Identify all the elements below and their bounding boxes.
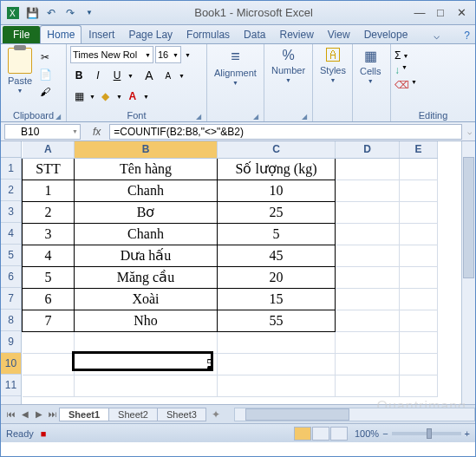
fill-button[interactable]: ↓ xyxy=(394,64,400,76)
row-header-2[interactable]: 2 xyxy=(1,180,21,201)
next-sheet-icon[interactable]: ▶ xyxy=(32,408,46,421)
cell[interactable] xyxy=(75,331,218,353)
cell[interactable]: Xoài xyxy=(75,288,218,310)
cell[interactable]: 45 xyxy=(218,245,336,266)
tab-formulas[interactable]: Formulas xyxy=(179,25,237,43)
cell[interactable] xyxy=(336,201,400,223)
row-header-8[interactable]: 8 xyxy=(1,310,21,331)
format-painter-icon[interactable]: 🖌 xyxy=(37,84,53,100)
cell[interactable] xyxy=(400,180,438,201)
select-all-corner[interactable] xyxy=(1,141,21,158)
zoom-level[interactable]: 100% xyxy=(355,428,379,439)
row-header-3[interactable]: 3 xyxy=(1,201,21,223)
cell[interactable] xyxy=(400,245,438,266)
undo-icon[interactable]: ↶ xyxy=(42,4,60,22)
cell[interactable]: 15 xyxy=(218,288,336,310)
fx-icon[interactable]: fx xyxy=(88,126,106,138)
cell[interactable] xyxy=(336,245,400,266)
cell[interactable] xyxy=(400,331,438,353)
scrollbar-thumb[interactable] xyxy=(245,408,349,421)
horizontal-scrollbar[interactable] xyxy=(234,408,475,421)
chevron-down-icon[interactable]: ▼ xyxy=(127,73,134,79)
paste-button[interactable]: Paste ▼ xyxy=(4,46,36,95)
zoom-thumb[interactable] xyxy=(427,428,432,439)
styles-button[interactable]: 🄰Styles▼ xyxy=(316,46,349,85)
cell[interactable]: Măng cầu xyxy=(75,266,218,288)
row-header-5[interactable]: 5 xyxy=(1,245,21,266)
dialog-launcher-icon[interactable]: ◢ xyxy=(196,113,201,121)
cell[interactable] xyxy=(336,266,400,288)
cell[interactable] xyxy=(400,353,438,375)
border-button[interactable]: ▦ xyxy=(70,88,88,105)
cell[interactable] xyxy=(218,331,336,353)
column-header-A[interactable]: A xyxy=(23,141,75,158)
cell[interactable]: Nho xyxy=(75,310,218,331)
grow-font-button[interactable]: A xyxy=(140,67,158,84)
shrink-font-button[interactable]: A xyxy=(160,67,177,84)
cell[interactable] xyxy=(336,180,400,201)
cell[interactable]: STT xyxy=(23,158,75,180)
cell[interactable]: 25 xyxy=(218,201,336,223)
cell[interactable] xyxy=(400,158,438,180)
dialog-launcher-icon[interactable]: ◢ xyxy=(253,113,258,121)
column-header-B[interactable]: B xyxy=(75,141,218,158)
cell[interactable]: 4 xyxy=(23,245,75,266)
cell[interactable]: 2 xyxy=(23,201,75,223)
tab-view[interactable]: View xyxy=(321,25,357,43)
number-button[interactable]: %Number▼ xyxy=(268,46,309,85)
cells-button[interactable]: ▦Cells▼ xyxy=(356,46,384,86)
cell[interactable] xyxy=(400,223,438,245)
cell[interactable] xyxy=(336,310,400,331)
tab-data[interactable]: Data xyxy=(237,25,272,43)
page-break-view-button[interactable] xyxy=(330,427,348,441)
cell[interactable]: 1 xyxy=(23,180,75,201)
row-header-9[interactable]: 9 xyxy=(1,331,21,353)
cell[interactable]: Số lượng (kg) xyxy=(218,158,336,180)
row-header-4[interactable]: 4 xyxy=(1,223,21,245)
copy-icon[interactable]: 📄 xyxy=(37,67,53,82)
spreadsheet-grid[interactable]: 1234567891011 ABCDESTTTên hàngSố lượng (… xyxy=(1,141,475,404)
sheet-tab-sheet1[interactable]: Sheet1 xyxy=(59,408,109,421)
cell[interactable] xyxy=(336,288,400,310)
first-sheet-icon[interactable]: ⏮ xyxy=(4,408,18,421)
cell[interactable]: Dưa hấu xyxy=(75,245,218,266)
normal-view-button[interactable] xyxy=(294,427,311,441)
sheet-tab-sheet3[interactable]: Sheet3 xyxy=(157,408,206,421)
tab-page-layout[interactable]: Page Lay xyxy=(121,25,179,43)
tab-review[interactable]: Review xyxy=(272,25,320,43)
vertical-scrollbar[interactable] xyxy=(461,141,475,404)
sheet-tab-sheet2[interactable]: Sheet2 xyxy=(108,408,158,421)
zoom-out-button[interactable]: − xyxy=(382,428,388,439)
cell[interactable] xyxy=(336,353,400,375)
font-size-select[interactable]: 16▼ xyxy=(155,46,181,63)
cell[interactable]: 5 xyxy=(218,223,336,245)
cell[interactable]: 55 xyxy=(218,310,336,331)
cell[interactable] xyxy=(23,331,75,353)
cell[interactable] xyxy=(75,375,218,396)
zoom-in-button[interactable]: + xyxy=(465,428,470,439)
font-name-select[interactable]: Times New Rol▼ xyxy=(70,46,153,63)
expand-formula-bar-icon[interactable]: ⌵ xyxy=(464,127,475,136)
alignment-button[interactable]: ≡Alignment▼ xyxy=(211,46,260,88)
scrollbar-thumb[interactable] xyxy=(463,157,474,278)
dialog-launcher-icon[interactable]: ◢ xyxy=(302,113,307,121)
tab-developer[interactable]: Develope xyxy=(357,25,415,43)
cell[interactable] xyxy=(400,266,438,288)
redo-icon[interactable]: ↷ xyxy=(62,4,79,22)
cell[interactable] xyxy=(400,288,438,310)
maximize-button[interactable]: □ xyxy=(430,5,451,21)
cell[interactable]: Tên hàng xyxy=(75,158,218,180)
name-box[interactable]: B10▼ xyxy=(4,124,81,140)
page-layout-view-button[interactable] xyxy=(312,427,329,441)
cell[interactable] xyxy=(336,223,400,245)
excel-icon[interactable]: X xyxy=(4,4,22,22)
font-color-button[interactable]: A xyxy=(124,88,141,105)
zoom-slider[interactable] xyxy=(392,432,461,435)
help-icon[interactable]: ? xyxy=(459,28,475,43)
cell[interactable] xyxy=(218,375,336,396)
italic-button[interactable]: I xyxy=(89,67,107,84)
autosum-button[interactable]: Σ xyxy=(394,49,401,62)
ribbon-minimize-icon[interactable]: ⌵ xyxy=(428,28,445,43)
formula-input[interactable]: =COUNTIF(B2:B8,"<>"&B2) xyxy=(109,124,462,140)
cut-icon[interactable]: ✂ xyxy=(37,49,53,65)
